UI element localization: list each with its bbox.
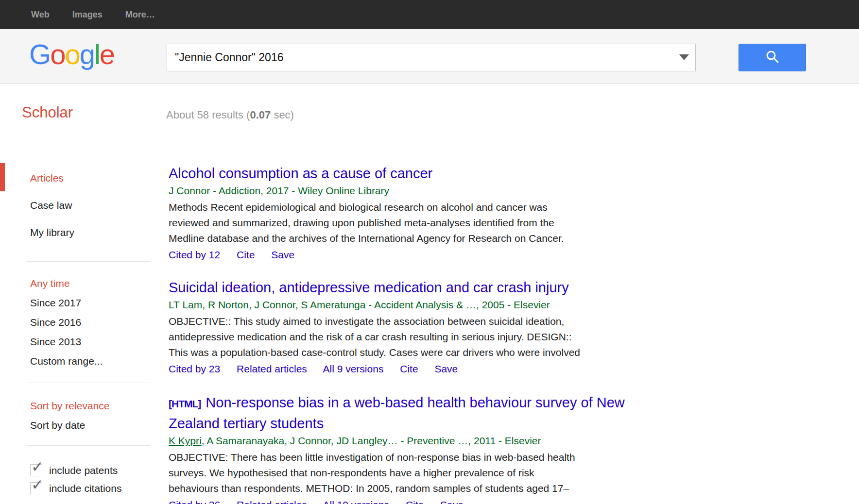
sidebar-item-my-library[interactable]: My library — [30, 219, 169, 246]
result-snippet: Methods Recent epidemiological and biolo… — [169, 200, 742, 246]
stats-time: 0.07 — [250, 109, 271, 121]
filter-custom-range[interactable]: Custom range... — [30, 352, 169, 371]
author-profile-link[interactable]: K Kypri — [169, 435, 202, 446]
search-result: Suicidal ideation, antidepressive medica… — [169, 278, 742, 375]
filters-sidebar: Articles Case law My library Any time Si… — [0, 141, 169, 504]
search-header: Google — [0, 29, 859, 84]
search-icon — [765, 50, 780, 66]
topbar-item-more[interactable]: More… — [125, 10, 155, 20]
search-result: Alcohol consumption as a cause of cancer… — [169, 164, 742, 261]
sidebar-divider — [27, 261, 151, 262]
checkbox[interactable]: ✓ — [30, 464, 42, 476]
topbar-item-web[interactable]: Web — [31, 10, 50, 20]
checkmark-icon: ✓ — [31, 459, 44, 474]
filter-since-2016[interactable]: Since 2016 — [30, 313, 169, 332]
sidebar-divider — [27, 383, 151, 383]
result-title-link[interactable]: Alcohol consumption as a cause of cancer — [169, 164, 742, 183]
result-authors: LT Lam, R Norton, J Connor, S Ameratunga… — [169, 299, 742, 311]
include-patents-label: include patents — [49, 465, 118, 476]
sidebar-item-articles[interactable]: Articles — [30, 165, 169, 192]
filter-since-2017[interactable]: Since 2017 — [30, 293, 169, 313]
save-link[interactable]: Save — [434, 363, 458, 374]
result-title-link[interactable]: [HTML]Non-response bias in a web-based h… — [169, 393, 742, 433]
sort-by-relevance[interactable]: Sort by relevance — [30, 396, 169, 416]
save-link[interactable]: Save — [440, 499, 464, 504]
search-button[interactable] — [739, 44, 806, 71]
google-logo[interactable]: Google — [29, 38, 114, 70]
stats-suffix: sec) — [271, 109, 294, 121]
active-indicator — [0, 163, 5, 191]
result-authors: J Connor - Addiction, 2017 - Wiley Onlin… — [169, 185, 742, 197]
search-result: [HTML]Non-response bias in a web-based h… — [169, 393, 742, 504]
cite-link[interactable]: Cite — [406, 499, 424, 504]
topbar-item-images[interactable]: Images — [72, 10, 103, 20]
result-actions: Cited by 36 Related articles All 10 vers… — [169, 499, 742, 504]
cited-by-link[interactable]: Cited by 23 — [169, 363, 220, 374]
include-patents-checkbox[interactable]: ✓ include patents — [30, 461, 169, 479]
result-actions: Cited by 23 Related articles All 9 versi… — [169, 363, 742, 375]
top-navigation-bar: Web Images More… — [0, 0, 859, 29]
checkbox[interactable]: ✓ — [30, 482, 42, 494]
results-header: Scholar About 58 results (0.07 sec) — [0, 84, 859, 141]
html-format-badge: [HTML] — [169, 398, 201, 409]
result-authors: K Kypri, A Samaranayaka, J Connor, JD La… — [169, 435, 742, 447]
results-stats: About 58 results (0.07 sec) — [166, 109, 294, 121]
sort-by-date[interactable]: Sort by date — [30, 416, 169, 435]
cited-by-link[interactable]: Cited by 36 — [169, 499, 220, 504]
all-versions-link[interactable]: All 9 versions — [323, 363, 384, 374]
checkmark-icon: ✓ — [31, 477, 44, 492]
result-snippet: OBJECTIVE: There has been little investi… — [169, 450, 742, 496]
save-link[interactable]: Save — [271, 249, 294, 260]
related-articles-link[interactable]: Related articles — [237, 363, 307, 374]
filter-since-2013[interactable]: Since 2013 — [30, 332, 169, 352]
result-authors-rest: , A Samaranayaka, J Connor, JD Langley… … — [202, 435, 541, 446]
search-results-list: Alcohol consumption as a cause of cancer… — [169, 141, 742, 504]
filter-any-time[interactable]: Any time — [30, 274, 169, 293]
search-options-chevron-down-icon[interactable] — [679, 54, 689, 60]
result-snippet: OBJECTIVE:: This study aimed to investig… — [169, 314, 742, 360]
stats-prefix: About 58 results ( — [166, 109, 250, 121]
include-citations-label: include citations — [49, 483, 121, 494]
related-articles-link[interactable]: Related articles — [237, 499, 307, 504]
cited-by-link[interactable]: Cited by 12 — [169, 249, 220, 260]
scholar-brand-label: Scholar — [22, 104, 73, 121]
cite-link[interactable]: Cite — [400, 363, 418, 374]
sidebar-item-case-law[interactable]: Case law — [30, 192, 169, 219]
cite-link[interactable]: Cite — [237, 249, 255, 260]
result-actions: Cited by 12 Cite Save — [169, 249, 742, 261]
result-title-text: Non-response bias in a web-based health … — [169, 395, 625, 431]
result-title-link[interactable]: Suicidal ideation, antidepressive medica… — [169, 278, 742, 297]
search-input[interactable] — [167, 44, 696, 71]
include-citations-checkbox[interactable]: ✓ include citations — [30, 479, 169, 497]
sidebar-divider — [27, 445, 151, 446]
all-versions-link[interactable]: All 10 versions — [323, 499, 390, 504]
